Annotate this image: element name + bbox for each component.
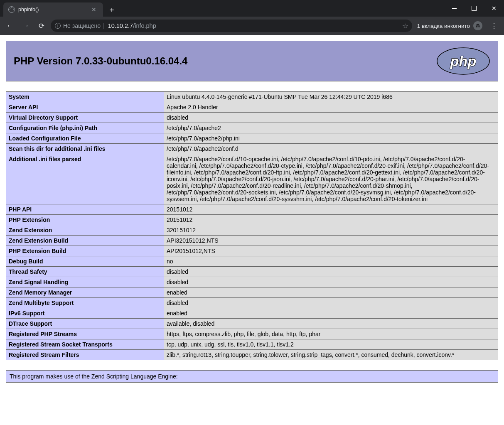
table-row: PHP API20151012 xyxy=(6,204,498,215)
window-close-button[interactable] xyxy=(484,0,504,17)
phpinfo-value: zlib.*, string.rot13, string.toupper, st… xyxy=(164,350,498,360)
table-row: Loaded Configuration File/etc/php/7.0/ap… xyxy=(6,133,498,144)
phpinfo-key: Debug Build xyxy=(6,256,164,267)
phpinfo-value: disabled xyxy=(164,267,498,277)
phpinfo-key: PHP Extension Build xyxy=(6,246,164,256)
phpinfo-key: System xyxy=(6,92,164,102)
table-row: DTrace Supportavailable, disabled xyxy=(6,319,498,329)
incognito-icon xyxy=(473,21,482,30)
php-logo: php xyxy=(436,47,490,75)
phpinfo-page: PHP Version 7.0.33-0ubuntu0.16.04.4 php … xyxy=(0,35,504,425)
page-viewport[interactable]: PHP Version 7.0.33-0ubuntu0.16.04.4 php … xyxy=(0,35,504,425)
table-row: Zend Multibyte Supportdisabled xyxy=(6,298,498,308)
table-row: Scan this dir for additional .ini files/… xyxy=(6,144,498,154)
table-row: Registered Stream Socket Transportstcp, … xyxy=(6,339,498,350)
incognito-indicator[interactable]: 1 вкладка инкогнито xyxy=(415,21,485,30)
phpinfo-header: PHP Version 7.0.33-0ubuntu0.16.04.4 php xyxy=(6,41,498,81)
security-indicator[interactable]: i Не защищено | xyxy=(55,22,105,29)
phpinfo-value: /etc/php/7.0/apache2/conf.d xyxy=(164,144,498,154)
phpinfo-key: IPv6 Support xyxy=(6,308,164,319)
table-row: IPv6 Supportenabled xyxy=(6,308,498,319)
table-row: Debug Buildno xyxy=(6,256,498,267)
table-row: Thread Safetydisabled xyxy=(6,267,498,277)
tab-close-button[interactable]: ✕ xyxy=(90,5,98,14)
phpinfo-key: Zend Extension xyxy=(6,225,164,236)
browser-toolbar: ← → ⟳ i Не защищено | 10.10.2.7/info.php… xyxy=(0,17,504,35)
phpinfo-value: Apache 2.0 Handler xyxy=(164,102,498,113)
table-row: Configuration File (php.ini) Path/etc/ph… xyxy=(6,123,498,133)
forward-button[interactable]: → xyxy=(19,19,32,32)
phpinfo-key: Additional .ini files parsed xyxy=(6,154,164,204)
window-minimize-button[interactable] xyxy=(444,0,464,17)
table-row: PHP Extension20151012 xyxy=(6,215,498,225)
window-maximize-button[interactable] xyxy=(464,0,484,17)
phpinfo-value: 20151012 xyxy=(164,215,498,225)
reload-button[interactable]: ⟳ xyxy=(35,19,48,32)
phpinfo-key: Thread Safety xyxy=(6,267,164,277)
url-text: 10.10.2.7/info.php xyxy=(108,22,399,29)
phpinfo-value: disabled xyxy=(164,277,498,287)
table-row: Registered Stream Filterszlib.*, string.… xyxy=(6,350,498,360)
phpinfo-key: Scan this dir for additional .ini files xyxy=(6,144,164,154)
phpinfo-value: disabled xyxy=(164,113,498,123)
phpinfo-value: API20151012,NTS xyxy=(164,246,498,256)
address-bar[interactable]: i Не защищено | 10.10.2.7/info.php ☆ xyxy=(51,20,412,32)
table-row: SystemLinux ubuntu 4.4.0-145-generic #17… xyxy=(6,92,498,102)
globe-icon xyxy=(8,6,15,13)
phpinfo-value: 20151012 xyxy=(164,204,498,215)
phpinfo-key: Server API xyxy=(6,102,164,113)
phpinfo-value: disabled xyxy=(164,298,498,308)
php-version-title: PHP Version 7.0.33-0ubuntu0.16.04.4 xyxy=(14,55,187,67)
zend-engine-box: This program makes use of the Zend Scrip… xyxy=(6,370,498,383)
phpinfo-table: SystemLinux ubuntu 4.4.0-145-generic #17… xyxy=(6,91,498,360)
phpinfo-value: enabled xyxy=(164,287,498,298)
info-icon: i xyxy=(55,23,61,29)
phpinfo-key: Zend Signal Handling xyxy=(6,277,164,287)
table-row: Registered PHP Streamshttps, ftps, compr… xyxy=(6,329,498,339)
phpinfo-key: Registered Stream Socket Transports xyxy=(6,339,164,350)
table-row: Zend Signal Handlingdisabled xyxy=(6,277,498,287)
phpinfo-value: available, disabled xyxy=(164,319,498,329)
table-row: Zend Extension320151012 xyxy=(6,225,498,236)
phpinfo-key: Registered Stream Filters xyxy=(6,350,164,360)
phpinfo-key: DTrace Support xyxy=(6,319,164,329)
phpinfo-key: PHP API xyxy=(6,204,164,215)
bookmark-star-icon[interactable]: ☆ xyxy=(402,22,408,30)
browser-chrome: phpinfo() ✕ ＋ ← → ⟳ i Не защищено | xyxy=(0,0,504,35)
browser-menu-button[interactable]: ⋮ xyxy=(487,22,501,30)
phpinfo-value: 320151012 xyxy=(164,225,498,236)
phpinfo-value: /etc/php/7.0/apache2 xyxy=(164,123,498,133)
tab-title: phpinfo() xyxy=(18,7,86,12)
phpinfo-key: Loaded Configuration File xyxy=(6,133,164,144)
security-label: Не защищено xyxy=(63,22,101,29)
phpinfo-key: Zend Memory Manager xyxy=(6,287,164,298)
table-row: Server APIApache 2.0 Handler xyxy=(6,102,498,113)
zend-engine-text: This program makes use of the Zend Scrip… xyxy=(10,373,178,380)
phpinfo-value: API320151012,NTS xyxy=(164,236,498,246)
back-button[interactable]: ← xyxy=(3,19,17,32)
phpinfo-key: PHP Extension xyxy=(6,215,164,225)
window-controls xyxy=(444,0,504,17)
table-row: Zend Extension BuildAPI320151012,NTS xyxy=(6,236,498,246)
svg-text:php: php xyxy=(450,53,476,69)
phpinfo-value: tcp, udp, unix, udg, ssl, tls, tlsv1.0, … xyxy=(164,339,498,350)
phpinfo-value: https, ftps, compress.zlib, php, file, g… xyxy=(164,329,498,339)
incognito-label: 1 вкладка инкогнито xyxy=(417,23,470,29)
phpinfo-key: Configuration File (php.ini) Path xyxy=(6,123,164,133)
tab-strip: phpinfo() ✕ ＋ xyxy=(0,0,504,17)
table-row: Additional .ini files parsed/etc/php/7.0… xyxy=(6,154,498,204)
table-row: Virtual Directory Supportdisabled xyxy=(6,113,498,123)
phpinfo-value: /etc/php/7.0/apache2/conf.d/10-opcache.i… xyxy=(164,154,498,204)
new-tab-button[interactable]: ＋ xyxy=(103,2,120,17)
phpinfo-key: Zend Multibyte Support xyxy=(6,298,164,308)
browser-tab[interactable]: phpinfo() ✕ xyxy=(3,2,103,17)
phpinfo-key: Registered PHP Streams xyxy=(6,329,164,339)
phpinfo-value: enabled xyxy=(164,308,498,319)
phpinfo-value: Linux ubuntu 4.4.0-145-generic #171-Ubun… xyxy=(164,92,498,102)
phpinfo-value: /etc/php/7.0/apache2/php.ini xyxy=(164,133,498,144)
phpinfo-key: Virtual Directory Support xyxy=(6,113,164,123)
table-row: Zend Memory Managerenabled xyxy=(6,287,498,298)
table-row: PHP Extension BuildAPI20151012,NTS xyxy=(6,246,498,256)
phpinfo-value: no xyxy=(164,256,498,267)
phpinfo-key: Zend Extension Build xyxy=(6,236,164,246)
